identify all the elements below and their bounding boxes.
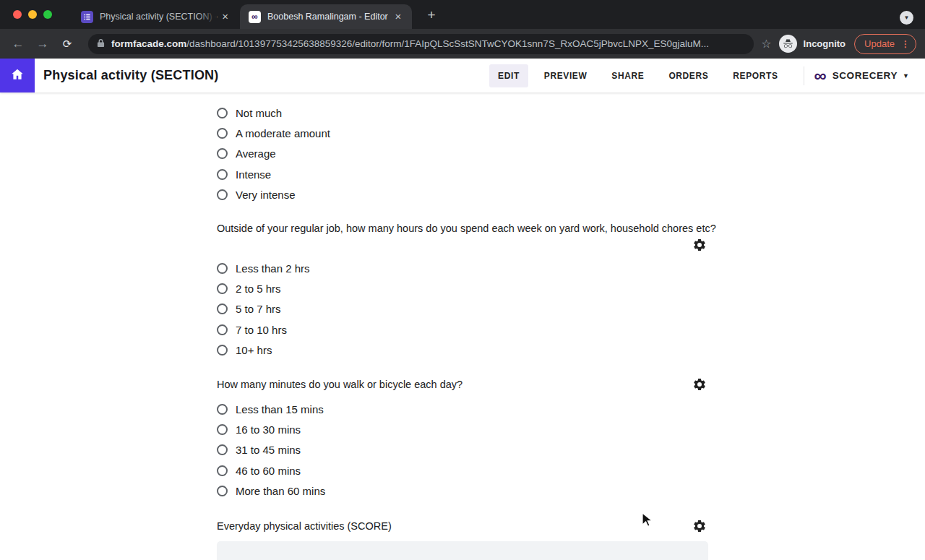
incognito-label: Incognito [804, 38, 846, 49]
option-row: Less than 2 hrs [217, 258, 708, 278]
option-row: 31 to 45 mins [217, 440, 708, 460]
option-row: Very intense [217, 185, 708, 205]
radio-button[interactable] [217, 404, 228, 415]
option-group-1: Not much A moderate amount Average Inten… [217, 103, 708, 205]
radio-button[interactable] [217, 169, 228, 180]
option-row: 16 to 30 mins [217, 419, 708, 439]
radio-button[interactable] [217, 148, 228, 159]
radio-button[interactable] [217, 424, 228, 435]
radio-button[interactable] [217, 486, 228, 496]
chevron-down-icon: ▼ [903, 72, 909, 79]
option-row: 5 to 7 hrs [217, 299, 708, 319]
radio-button[interactable] [217, 263, 228, 274]
google-forms-icon [81, 11, 93, 23]
radio-button[interactable] [217, 444, 228, 455]
reload-icon[interactable]: ⟳ [58, 35, 77, 53]
close-tab-icon[interactable]: × [392, 10, 405, 23]
score-label: Everyday physical activities (SCORE) [217, 520, 392, 532]
lock-icon [97, 38, 105, 49]
tab-editor-active[interactable]: ∞ Boobesh Ramalingam - Editor × [240, 4, 412, 29]
browser-toolbar: ← → ⟳ formfacade.com/dashboard/101397753… [0, 29, 925, 59]
minimize-window-button[interactable] [28, 10, 37, 19]
window-controls [13, 10, 52, 19]
radio-button[interactable] [217, 128, 228, 139]
scorecery-label: SCORECERY [832, 70, 898, 81]
address-bar[interactable]: formfacade.com/dashboard/101397753425638… [88, 34, 754, 54]
question-block-walking: How many minutes do you walk or bicycle … [217, 377, 707, 392]
bookmark-star-icon[interactable]: ☆ [761, 37, 771, 51]
score-block: Everyday physical activities (SCORE) [217, 519, 707, 533]
question-settings-gear-icon[interactable] [692, 377, 707, 392]
mouse-cursor [642, 512, 653, 528]
option-row: Not much [217, 103, 708, 123]
radio-button[interactable] [217, 108, 228, 119]
tab-preview[interactable]: PREVIEW [535, 64, 596, 87]
home-button[interactable] [0, 59, 35, 92]
tab-title: Boobesh Ramalingam - Editor [267, 12, 388, 22]
question-block-yardwork: Outside of your regular job, how many ho… [217, 223, 708, 252]
score-settings-gear-icon[interactable] [692, 519, 707, 533]
zoom-window-button[interactable] [43, 10, 52, 19]
tab-orders[interactable]: ORDERS [660, 64, 717, 87]
radio-button[interactable] [217, 324, 228, 335]
browser-tab-strip: Physical activity (SECTION) - G × ∞ Boob… [0, 0, 925, 29]
page-title: Physical activity (SECTION) [43, 68, 218, 83]
radio-button[interactable] [217, 283, 228, 294]
tab-search-icon[interactable]: ▼ [900, 11, 913, 25]
tab-physical-activity[interactable]: Physical activity (SECTION) - G × [72, 4, 238, 29]
incognito-icon [779, 35, 797, 53]
scorecery-infinity-icon: ∞ [814, 69, 827, 82]
question-settings-gear-icon[interactable] [692, 238, 707, 252]
option-row: 2 to 5 hrs [217, 278, 708, 298]
option-row: 7 to 10 hrs [217, 319, 708, 340]
option-group-2: Less than 2 hrs 2 to 5 hrs 5 to 7 hrs 7 … [217, 258, 708, 361]
form-editor-canvas: Not much A moderate amount Average Inten… [217, 92, 708, 560]
update-button[interactable]: Update ⋮ [854, 34, 916, 54]
option-row: More than 60 mins [217, 481, 708, 501]
tab-share[interactable]: SHARE [603, 64, 653, 87]
tab-reports[interactable]: REPORTS [724, 64, 786, 87]
option-row: Less than 15 mins [217, 399, 708, 419]
scorecery-menu[interactable]: ∞ SCORECERY ▼ [814, 69, 909, 82]
option-row: A moderate amount [217, 123, 708, 143]
option-row: Intense [217, 164, 708, 184]
radio-button[interactable] [217, 465, 228, 476]
scorecery-favicon: ∞ [249, 11, 261, 23]
forward-icon[interactable]: → [33, 35, 52, 53]
radio-button[interactable] [217, 345, 228, 356]
new-tab-button[interactable]: + [422, 6, 441, 25]
radio-button[interactable] [217, 189, 228, 200]
question-text: How many minutes do you walk or bicycle … [217, 379, 462, 390]
incognito-badge: Incognito [779, 35, 846, 53]
home-icon [10, 67, 25, 85]
url-text: formfacade.com/dashboard/101397753425638… [111, 38, 709, 49]
close-window-button[interactable] [13, 10, 22, 19]
option-row: 10+ hrs [217, 340, 708, 361]
option-row: Average [217, 144, 708, 164]
option-group-3: Less than 15 mins 16 to 30 mins 31 to 45… [217, 399, 708, 501]
tab-edit[interactable]: EDIT [489, 64, 528, 87]
score-input[interactable] [217, 541, 708, 560]
question-text: Outside of your regular job, how many ho… [217, 223, 708, 234]
back-icon[interactable]: ← [9, 35, 27, 53]
close-tab-icon[interactable]: × [219, 10, 231, 23]
header-nav: EDIT PREVIEW SHARE ORDERS REPORTS ∞ SCOR… [486, 64, 925, 87]
app-header: Physical activity (SECTION) EDIT PREVIEW… [0, 59, 925, 92]
radio-button[interactable] [217, 303, 228, 314]
update-menu-dots-icon[interactable]: ⋮ [901, 39, 910, 49]
option-row: 46 to 60 mins [217, 460, 708, 481]
